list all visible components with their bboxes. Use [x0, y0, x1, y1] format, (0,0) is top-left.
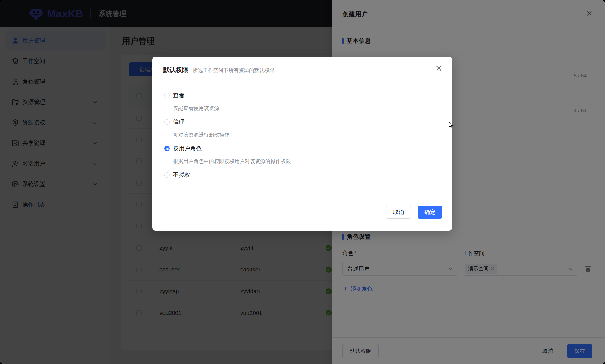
app-window: MaxKB 系统管理 用户管理工作空间角色管理资源管理资源授权共享资源对话用户系…: [0, 0, 605, 364]
permission-option-desc: 仅能查看使用该资源: [173, 105, 440, 112]
close-icon[interactable]: ✕: [435, 65, 443, 72]
modal-cancel-button[interactable]: 取消: [386, 206, 411, 219]
radio-unselected-icon[interactable]: [164, 119, 170, 125]
modal-buttons: 取消 确定: [386, 206, 442, 219]
permission-option-3[interactable]: 不授权: [164, 171, 440, 179]
radio-unselected-icon[interactable]: [164, 172, 170, 178]
permission-option-0[interactable]: 查看: [164, 92, 440, 99]
radio-unselected-icon[interactable]: [164, 93, 170, 98]
mouse-cursor: [448, 121, 455, 129]
modal-header: 默认权限 所选工作空间下所有资源的默认权限: [163, 66, 275, 74]
permission-options: 查看仅能查看使用该资源管理可对该资源进行删改操作按用户角色根据用户角色中的权限授…: [164, 92, 440, 184]
permission-option-desc: 可对该资源进行删改操作: [173, 131, 440, 139]
modal-title: 默认权限: [163, 66, 188, 74]
modal-confirm-button[interactable]: 确定: [418, 206, 442, 219]
permission-option-desc: 根据用户角色中的权限授权用户对该资源的操作权限: [173, 158, 440, 165]
default-permission-modal: 默认权限 所选工作空间下所有资源的默认权限 ✕ 查看仅能查看使用该资源管理可对该…: [152, 57, 452, 231]
permission-option-2[interactable]: 按用户角色: [164, 145, 440, 152]
permission-option-1[interactable]: 管理: [164, 118, 440, 126]
modal-subtitle: 所选工作空间下所有资源的默认权限: [193, 67, 275, 74]
radio-selected-icon[interactable]: [164, 146, 170, 151]
